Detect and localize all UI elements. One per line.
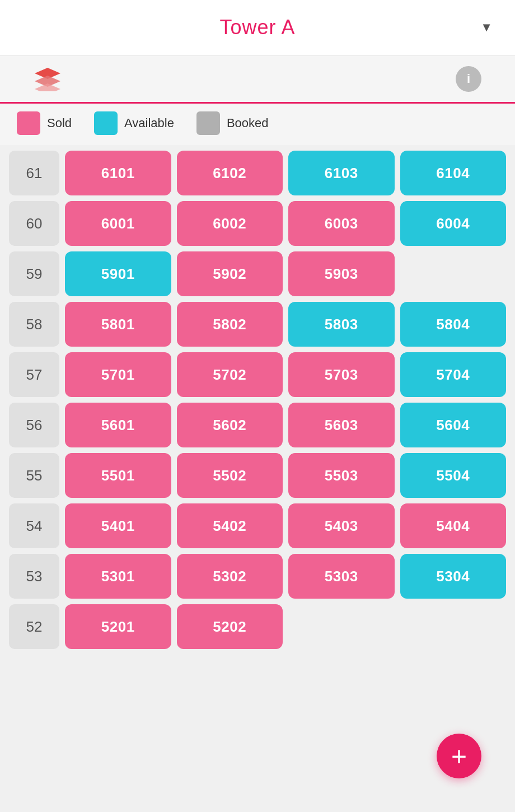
unit-button[interactable]: 5503 (288, 453, 395, 498)
unit-button[interactable]: 6003 (288, 201, 395, 246)
unit-button[interactable]: 5802 (177, 302, 283, 347)
booked-color-box (196, 111, 220, 135)
floor-label: 56 (9, 403, 59, 447)
legend-booked: Booked (196, 111, 269, 135)
floor-grid: 6161016102610361046060016002600360045959… (0, 145, 515, 711)
tower-selector[interactable]: Tower A ▼ (0, 0, 515, 56)
floor-row: 606001600260036004 (9, 201, 506, 246)
info-icon[interactable]: i (456, 66, 481, 92)
unit-button[interactable]: 6002 (177, 201, 283, 246)
unit-button[interactable]: 6103 (288, 151, 395, 195)
legend: Sold Available Booked (0, 104, 515, 145)
floor-row: 59590159025903 (9, 251, 506, 296)
available-label: Available (124, 116, 174, 130)
unit-button[interactable]: 5401 (65, 503, 171, 548)
unit-button[interactable]: 5804 (400, 302, 507, 347)
unit-button[interactable]: 5302 (177, 554, 283, 599)
floor-row: 565601560256035604 (9, 403, 506, 447)
unit-button[interactable]: 5404 (400, 503, 507, 548)
floor-row: 535301530253035304 (9, 554, 506, 599)
unit-button[interactable]: 5902 (177, 251, 283, 296)
booked-label: Booked (227, 116, 269, 130)
unit-button[interactable]: 6101 (65, 151, 171, 195)
unit-button[interactable]: 5304 (400, 554, 507, 599)
available-color-box (94, 111, 118, 135)
unit-button[interactable]: 5603 (288, 403, 395, 447)
unit-button[interactable]: 5903 (288, 251, 395, 296)
floor-row: 555501550255035504 (9, 453, 506, 498)
unit-button[interactable]: 5701 (65, 352, 171, 397)
unit-button[interactable]: 5604 (400, 403, 507, 447)
tower-title: Tower A (219, 16, 295, 39)
floor-label: 52 (9, 604, 59, 649)
unit-button[interactable]: 5402 (177, 503, 283, 548)
floor-row: 585801580258035804 (9, 302, 506, 347)
unit-button[interactable]: 5901 (65, 251, 171, 296)
legend-available: Available (94, 111, 174, 135)
unit-button[interactable]: 5301 (65, 554, 171, 599)
floor-label: 57 (9, 352, 59, 397)
sold-color-box (17, 111, 40, 135)
floor-label: 60 (9, 201, 59, 246)
layers-icon[interactable] (34, 65, 62, 93)
unit-button[interactable]: 5801 (65, 302, 171, 347)
unit-button[interactable]: 6104 (400, 151, 507, 195)
unit-button[interactable]: 6004 (400, 201, 507, 246)
unit-button[interactable]: 5502 (177, 453, 283, 498)
floor-label: 58 (9, 302, 59, 347)
add-fab-button[interactable]: + (437, 734, 481, 778)
sold-label: Sold (47, 116, 72, 130)
unit-button[interactable]: 5501 (65, 453, 171, 498)
toolbar: i (0, 56, 515, 104)
unit-button[interactable]: 5703 (288, 352, 395, 397)
unit-button[interactable]: 5403 (288, 503, 395, 548)
unit-button[interactable]: 6102 (177, 151, 283, 195)
floor-label: 61 (9, 151, 59, 195)
unit-button[interactable]: 5303 (288, 554, 395, 599)
unit-button[interactable]: 5504 (400, 453, 507, 498)
unit-button[interactable]: 6001 (65, 201, 171, 246)
floor-row: 575701570257035704 (9, 352, 506, 397)
unit-button[interactable]: 5202 (177, 604, 283, 649)
floor-label: 59 (9, 251, 59, 296)
svg-marker-2 (35, 83, 60, 91)
floor-row: 545401540254035404 (9, 503, 506, 548)
floor-label: 54 (9, 503, 59, 548)
unit-button[interactable]: 5704 (400, 352, 507, 397)
unit-button[interactable]: 5702 (177, 352, 283, 397)
floor-row: 616101610261036104 (9, 151, 506, 195)
dropdown-arrow-icon: ▼ (480, 20, 493, 35)
unit-button[interactable]: 5601 (65, 403, 171, 447)
floor-label: 53 (9, 554, 59, 599)
floor-row: 5252015202 (9, 604, 506, 649)
legend-sold: Sold (17, 111, 72, 135)
unit-button[interactable]: 5201 (65, 604, 171, 649)
floor-label: 55 (9, 453, 59, 498)
unit-button[interactable]: 5803 (288, 302, 395, 347)
unit-button[interactable]: 5602 (177, 403, 283, 447)
